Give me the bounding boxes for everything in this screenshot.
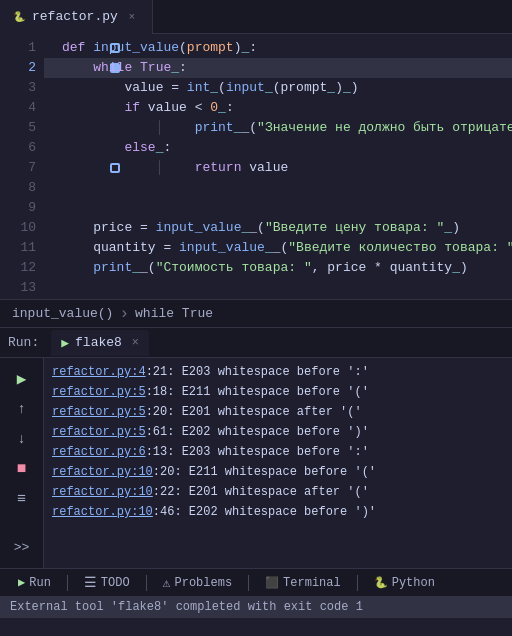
- code-line-9: [44, 198, 512, 218]
- problems-label: Problems: [174, 576, 232, 590]
- ln-11: 11: [0, 238, 36, 258]
- code-line-5: │ print__("Значение не должно быть отриц…: [44, 118, 512, 138]
- down-arrow-icon: [17, 430, 25, 448]
- run-controls: >> refactor.py:4:21: E203 whitespace bef…: [0, 358, 512, 568]
- python-button[interactable]: Python: [364, 572, 445, 594]
- code-line-3: value = int_(input_(prompt_)_): [44, 78, 512, 98]
- ln-8: 8: [0, 178, 36, 198]
- code-line-1: def input_value(prompt)_:: [44, 38, 512, 58]
- ln-3: 3: [0, 78, 36, 98]
- code-line-11: quantity = input_value__("Введите количе…: [44, 238, 512, 258]
- output-line-3: refactor.py:5:20: E201 whitespace after …: [44, 402, 512, 422]
- ln-12: 12: [0, 258, 36, 278]
- output-line-6: refactor.py:10:20: E211 whitespace befor…: [44, 462, 512, 482]
- file-icon: 🐍: [12, 10, 26, 24]
- code-line-6: else_:: [44, 138, 512, 158]
- ln-10: 10: [0, 218, 36, 238]
- more-button[interactable]: >>: [7, 534, 37, 560]
- code-area[interactable]: def input_value(prompt)_: while True_: v…: [44, 34, 512, 299]
- run-tab-close[interactable]: ×: [132, 336, 139, 350]
- run-tab-bar: Run: ▶ flake8 ×: [0, 328, 512, 358]
- output-line-1: refactor.py:4:21: E203 whitespace before…: [44, 362, 512, 382]
- editor-tab[interactable]: 🐍 refactor.py ×: [0, 0, 153, 34]
- breadcrumb-func: input_value(): [12, 306, 113, 321]
- code-line-2: while True_:: [44, 58, 512, 78]
- play-button[interactable]: [7, 366, 37, 392]
- ln-9: 9: [0, 198, 36, 218]
- run-play-icon: ▶: [18, 575, 25, 590]
- terminal-label: Terminal: [283, 576, 341, 590]
- status-divider-4: [357, 575, 358, 591]
- up-arrow-icon: [17, 400, 25, 418]
- stop-icon: [17, 460, 27, 478]
- output-line-4: refactor.py:5:61: E202 whitespace before…: [44, 422, 512, 442]
- ln-7: 7: [0, 158, 36, 178]
- ln-2: 2: [0, 58, 36, 78]
- editor-area: 1 2 3 4 5 6 7 8 9 10 11 12 13 def input_…: [0, 34, 512, 299]
- play-icon: [17, 369, 27, 389]
- stop-button[interactable]: [7, 456, 37, 482]
- run-status-button[interactable]: ▶ Run: [8, 572, 61, 594]
- tool-status-bar: External tool 'flake8' completed with ex…: [0, 596, 512, 618]
- run-tab-flake8[interactable]: ▶ flake8 ×: [51, 330, 149, 356]
- terminal-button[interactable]: Terminal: [255, 572, 351, 594]
- code-line-12: print__("Стоимость товара: ", price * qu…: [44, 258, 512, 278]
- status-divider-1: [67, 575, 68, 591]
- python-icon: [374, 576, 388, 590]
- code-line-4: if value < 0_:: [44, 98, 512, 118]
- line-numbers: 1 2 3 4 5 6 7 8 9 10 11 12 13: [0, 34, 44, 299]
- ln-6: 6: [0, 138, 36, 158]
- run-panel: Run: ▶ flake8 × >>: [0, 327, 512, 568]
- todo-button[interactable]: TODO: [74, 572, 140, 594]
- code-line-13: [44, 278, 512, 298]
- breadcrumb: input_value() while True: [0, 299, 512, 327]
- up-button[interactable]: [7, 396, 37, 422]
- output-line-5: refactor.py:6:13: E203 whitespace before…: [44, 442, 512, 462]
- tab-bar: 🐍 refactor.py ×: [0, 0, 512, 34]
- run-status-label: Run: [29, 576, 51, 590]
- todo-label: TODO: [101, 576, 130, 590]
- down-button[interactable]: [7, 426, 37, 452]
- ln-1: 1: [0, 38, 36, 58]
- breadcrumb-context: while True: [135, 306, 213, 321]
- ln-5: 5: [0, 118, 36, 138]
- settings-icon: [17, 490, 26, 508]
- run-buttons: >>: [0, 358, 44, 568]
- run-tab-name: flake8: [75, 335, 122, 350]
- code-line-8: [44, 178, 512, 198]
- status-divider-2: [146, 575, 147, 591]
- status-divider-3: [248, 575, 249, 591]
- more-icon: >>: [14, 540, 30, 555]
- ln-4: 4: [0, 98, 36, 118]
- problems-button[interactable]: Problems: [153, 572, 242, 594]
- run-tab-icon: ▶: [61, 335, 69, 351]
- run-label: Run:: [8, 335, 43, 350]
- breadcrumb-chevron: [119, 305, 129, 323]
- python-label: Python: [392, 576, 435, 590]
- code-line-7: │ return value: [44, 158, 512, 178]
- tab-filename: refactor.py: [32, 9, 118, 24]
- todo-icon: [84, 574, 97, 591]
- output-line-2: refactor.py:5:18: E211 whitespace before…: [44, 382, 512, 402]
- rerun-button[interactable]: [7, 486, 37, 512]
- status-bar: ▶ Run TODO Problems Terminal Python: [0, 568, 512, 596]
- tab-close-button[interactable]: ×: [124, 9, 140, 25]
- code-line-10: price = input_value__("Введите цену това…: [44, 218, 512, 238]
- ln-13: 13: [0, 278, 36, 298]
- output-line-8: refactor.py:10:46: E202 whitespace befor…: [44, 502, 512, 522]
- run-output: refactor.py:4:21: E203 whitespace before…: [44, 358, 512, 568]
- output-line-7: refactor.py:10:22: E201 whitespace after…: [44, 482, 512, 502]
- problems-icon: [163, 575, 171, 591]
- terminal-icon: [265, 576, 279, 590]
- tool-status-text: External tool 'flake8' completed with ex…: [10, 600, 363, 614]
